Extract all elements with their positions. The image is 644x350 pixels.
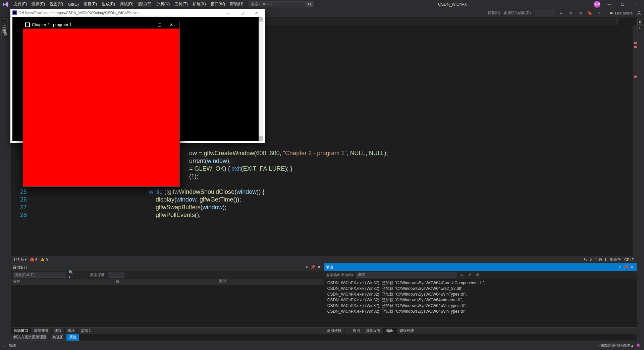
tab-locals[interactable]: 局部变量	[31, 327, 52, 334]
close-button[interactable]	[629, 0, 643, 8]
right-mini-2[interactable]: ↻	[637, 25, 643, 31]
frames-input[interactable]	[535, 10, 555, 16]
feedback-icon[interactable]	[636, 10, 642, 16]
tab-callstack[interactable]: 调用堆栈	[324, 327, 344, 334]
maximize-button[interactable]	[616, 0, 629, 8]
tab-modules[interactable]: 模块	[65, 327, 78, 334]
global-search-input[interactable]: 搜索 (Ctrl+Q)	[249, 1, 306, 7]
side-tab-properties[interactable]: 属性	[66, 334, 79, 341]
autos-search-icon[interactable]: 🔍▾	[68, 272, 74, 278]
bookmark-icon[interactable]: 🔖	[587, 10, 593, 16]
tab-output[interactable]: 输出	[384, 327, 397, 334]
menu-file[interactable]: 文件(F)	[11, 1, 29, 8]
output-indicator-icon[interactable]: ▭	[3, 343, 7, 348]
add-source-control[interactable]: ↑ 添加到源代码管理 ▴	[597, 343, 634, 348]
autos-col-type[interactable]: 类型	[219, 279, 322, 285]
side-tab-solution[interactable]: 解决方案资源管理器	[11, 334, 50, 341]
console-minimize-button[interactable]: —	[221, 9, 235, 17]
menu-tools[interactable]: 工具(T)	[172, 1, 190, 8]
left-tab-properties[interactable]: 属性	[1, 24, 8, 29]
liveshare-button[interactable]: Live Share	[609, 11, 633, 15]
nav-back-icon[interactable]: ←	[51, 258, 56, 262]
autos-col-value[interactable]: 值	[116, 279, 219, 285]
right-mini-1[interactable]: ◧	[637, 18, 643, 25]
opengl-maximize-button[interactable]: ▢	[153, 21, 165, 29]
autos-pin-icon[interactable]: 📌	[310, 264, 316, 270]
autos-col-name[interactable]: 名称	[13, 279, 116, 285]
opengl-window[interactable]: Chapter 2 - program 1 — ▢ ✕	[23, 21, 180, 187]
autos-fwd-icon[interactable]: →	[83, 272, 88, 277]
menu-debug[interactable]: 调试(D)	[117, 1, 136, 8]
tab-threads[interactable]: 线程	[52, 327, 65, 334]
autos-close-icon[interactable]: ✕	[316, 264, 322, 270]
global-search-button[interactable]	[306, 1, 314, 7]
svg-point-0	[308, 3, 310, 5]
opengl-canvas[interactable]	[23, 29, 179, 186]
output-clear-icon[interactable]: ≡	[459, 272, 465, 278]
autos-panel-title[interactable]: 自动窗口 ▾ 📌 ✕	[11, 263, 324, 271]
menu-bar: 文件(F) 编辑(E) 视图(V) Git(G) 项目(P) 生成(B) 调试(…	[0, 0, 644, 8]
console-title-text: C:\Users\Tanxl\source\repos\CSDN_WiChPX\…	[18, 11, 139, 15]
minimize-button[interactable]	[602, 0, 616, 8]
menu-help[interactable]: 帮助(H)	[227, 1, 246, 8]
toolbar-btn-1[interactable]: ▸	[558, 10, 565, 16]
menu-project[interactable]: 项目(P)	[81, 1, 99, 8]
toolbar-btn-2[interactable]: ⧉	[568, 10, 574, 16]
status-bar: ▭ 就绪 ↑ 添加到源代码管理 ▴	[0, 341, 644, 350]
tab-errorlist[interactable]: 错误列表	[397, 327, 417, 334]
menu-extensions[interactable]: 扩展(X)	[190, 1, 208, 8]
vs-logo-icon	[1, 0, 9, 8]
left-tab-process[interactable]: 进	[1, 18, 8, 23]
tab-breakpoints[interactable]: 断点	[350, 327, 363, 334]
toolbar-btn-4[interactable]: ≡	[596, 10, 602, 16]
zoom-display[interactable]: 146 % ▾	[13, 257, 27, 262]
autos-body[interactable]	[11, 285, 324, 327]
opengl-titlebar[interactable]: Chapter 2 - program 1 — ▢ ✕	[23, 21, 179, 29]
menu-git[interactable]: Git(G)	[65, 1, 81, 7]
left-tool-icon[interactable]: ▤	[1, 30, 9, 38]
autos-back-icon[interactable]: ←	[76, 272, 81, 277]
tab-breakpoints[interactable]	[344, 330, 350, 332]
indent-mode[interactable]: 制表符	[610, 257, 621, 262]
autos-dropdown-icon[interactable]: ▾	[304, 264, 310, 270]
menu-edit[interactable]: 编辑(E)	[29, 1, 47, 8]
console-scroll-up-icon[interactable]: ▴	[259, 17, 263, 21]
output-wrap-icon[interactable]: ↲	[467, 272, 473, 278]
autos-search-input[interactable]: 搜索(Ctrl+E)	[13, 272, 66, 278]
output-src-dropdown[interactable]: 调试	[356, 272, 457, 278]
nav-fwd-icon[interactable]: →	[59, 258, 64, 262]
console-maximize-button[interactable]: ▢	[235, 9, 249, 17]
autos-depth-dropdown[interactable]	[108, 272, 124, 278]
output-panel-title[interactable]: 输出 ▾ 📌 ✕	[324, 263, 637, 271]
console-scroll-down-icon[interactable]: ▾	[259, 136, 263, 141]
side-tab-classview[interactable]: 类视图	[50, 334, 66, 341]
console-close-button[interactable]: ✕	[249, 9, 263, 17]
output-body[interactable]: "CSDN_WiChPX.exe"(Win32): 已加载 "C:\Window…	[324, 279, 637, 327]
left-rail: 进 属性 ▤	[0, 18, 11, 341]
toolbar-btn-3[interactable]: ⧉	[577, 10, 583, 16]
error-count[interactable]: ✕6	[30, 258, 37, 262]
opengl-close-button[interactable]: ✕	[165, 21, 177, 29]
notifications-icon[interactable]	[636, 343, 641, 348]
warning-count[interactable]: 0	[41, 258, 48, 262]
menu-test[interactable]: 测试(S)	[136, 1, 154, 8]
menu-view[interactable]: 视图(V)	[47, 1, 65, 8]
console-scrollbar[interactable]: ▴ ▾	[259, 17, 263, 141]
eol-mode[interactable]: CRLF	[624, 258, 634, 262]
output-dropdown-icon[interactable]: ▾	[617, 264, 623, 270]
minimap-scrollbar[interactable]	[633, 25, 637, 256]
tab-autos[interactable]: 自动窗口	[11, 327, 31, 334]
output-toggle-icon[interactable]: ⧉	[475, 272, 481, 278]
tab-exceptions[interactable]: 异常设置	[363, 327, 384, 334]
menu-window[interactable]: 窗口(W)	[208, 1, 227, 8]
console-titlebar[interactable]: C:\Users\Tanxl\source\repos\CSDN_WiChPX\…	[10, 9, 265, 17]
output-pin-icon[interactable]: 📌	[623, 264, 629, 270]
menu-analyze[interactable]: 分析(N)	[154, 1, 172, 8]
user-avatar[interactable]: 乐谱	[594, 1, 600, 8]
opengl-minimize-button[interactable]: —	[141, 21, 153, 29]
autos-tabs: 自动窗口 局部变量 线程 模块 监视 1	[11, 327, 324, 334]
output-close-icon[interactable]: ✕	[629, 264, 635, 270]
tab-watch1[interactable]: 监视 1	[78, 327, 94, 334]
menu-build[interactable]: 生成(B)	[99, 1, 117, 8]
autos-depth-label: 搜索深度:	[90, 272, 106, 277]
